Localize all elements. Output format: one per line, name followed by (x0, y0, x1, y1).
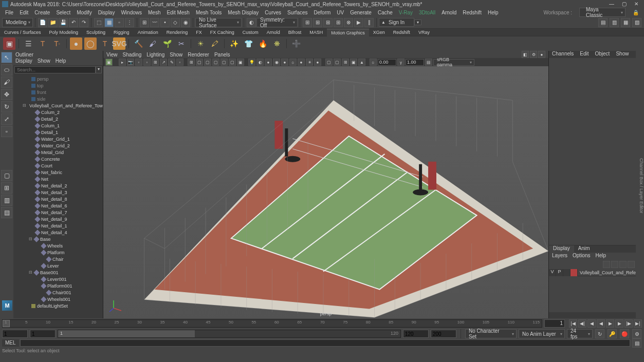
select-hierarchy-button[interactable]: ▦ (104, 18, 114, 27)
vp-btn[interactable]: ▸ (119, 59, 126, 66)
menu-vray[interactable]: V-Ray (396, 10, 416, 15)
go-start-button[interactable]: |◀ (569, 319, 577, 328)
anim-layer-dropdown[interactable]: No Anim Layer (519, 329, 565, 338)
layer-move-down-button[interactable] (611, 261, 618, 268)
layout-single[interactable]: ▢ (1, 170, 12, 181)
script-lang-toggle[interactable]: MEL (2, 339, 19, 347)
layers-tab-display[interactable]: Display (549, 245, 574, 253)
vp-xray-button[interactable]: ▢ (325, 59, 333, 66)
loop-button[interactable]: ↻ (595, 329, 604, 338)
tree-item[interactable]: Water_Grid_2 (13, 142, 103, 149)
vp-btn[interactable]: ▢ (204, 59, 211, 66)
script-editor-button[interactable]: ▤ (632, 338, 641, 348)
vp-grid-button[interactable]: ⊞ (188, 59, 195, 66)
vp-btn[interactable]: ☼ (289, 59, 297, 66)
vp-btn[interactable]: ▢ (334, 59, 341, 66)
vp-menu-view[interactable]: View (106, 52, 118, 58)
tree-item[interactable]: Concrete (13, 156, 103, 162)
tree-item[interactable]: Wheels (13, 242, 103, 249)
shelf-svg-icon[interactable]: SVG (113, 37, 125, 50)
menu-edit-mesh[interactable]: Edit Mesh (163, 10, 192, 15)
tree-item[interactable]: Net_detail_9 (13, 216, 103, 222)
shelf-tab-rigging[interactable]: Rigging (109, 29, 134, 36)
shelf-tab-redshift[interactable]: Redshift (389, 29, 414, 36)
menu-set-dropdown[interactable]: Modeling (2, 18, 33, 27)
tree-item[interactable]: Net_detail_8 (13, 196, 103, 202)
shelf-tab-fxcaching[interactable]: FX Caching (206, 29, 238, 36)
layer-name[interactable]: Volleyball_Court_and_Referee (578, 270, 636, 275)
layer-new-button[interactable] (619, 261, 627, 268)
tree-base001[interactable]: ⊟Base001 (13, 269, 103, 276)
range-end-outer[interactable] (431, 330, 456, 338)
vp-gamma-icon[interactable]: γ (397, 59, 404, 66)
tree-item[interactable]: Detail_2 (13, 116, 103, 122)
outliner-menu-display[interactable]: Display (15, 58, 32, 65)
layout-2-button[interactable]: ▥ (610, 18, 619, 27)
last-tool[interactable]: ▫ (1, 126, 12, 137)
shelf-plus-icon[interactable]: ➕ (290, 37, 302, 50)
grid-4-button[interactable]: ⊞ (334, 18, 343, 27)
layer-playback-toggle[interactable]: P (556, 269, 563, 276)
menu-create[interactable]: Create (31, 10, 53, 15)
vp-btn[interactable]: ▢ (196, 59, 203, 66)
shelf-paint-icon[interactable]: 🖌 (146, 37, 159, 50)
undo-button[interactable]: ↶ (69, 18, 78, 27)
vp-btn[interactable]: ▫ (176, 59, 183, 66)
tree-item[interactable]: Net_detail_6 (13, 202, 103, 209)
grid-1-button[interactable]: ⊞ (303, 18, 312, 27)
vp-btn[interactable]: ↗ (160, 59, 167, 66)
tree-root[interactable]: ⊟Volleyball_Court_and_Referee_Tower (13, 102, 103, 109)
shelf-tab-curves[interactable]: Curves / Surfaces (0, 29, 45, 36)
layer-move-up-button[interactable] (603, 261, 610, 268)
right-edge-channel-box[interactable]: Channel Box / Layer Editor (639, 158, 644, 214)
snap-point-button[interactable]: • (160, 18, 170, 27)
tree-lightset[interactable]: defaultLightSet (13, 302, 103, 309)
render-button[interactable]: ▶ (354, 18, 363, 27)
menu-curves[interactable]: Curves (262, 10, 284, 15)
expander-icon[interactable]: ⊟ (28, 270, 33, 275)
tree-item[interactable]: Chair001 (13, 289, 103, 296)
menu-cache[interactable]: Cache (375, 10, 396, 15)
layers-menu-layers[interactable]: Layers (552, 253, 567, 260)
shelf-tab-fx[interactable]: FX (192, 29, 206, 36)
shelf-tab-xgen[interactable]: XGen (369, 29, 389, 36)
layers-hscroll[interactable] (549, 312, 636, 318)
signin-dropdown[interactable]: ▾ (414, 20, 421, 25)
vp-btn[interactable]: ● (314, 59, 321, 66)
menu-select[interactable]: Select (53, 10, 73, 15)
play-forward-button[interactable]: ▶ (606, 319, 614, 328)
layers-menu-help[interactable]: Help (595, 253, 606, 260)
layer-row[interactable]: V P Volleyball_Court_and_Referee (549, 269, 636, 276)
tree-item[interactable]: Net_detail_4 (13, 229, 103, 236)
new-scene-button[interactable]: 📄 (38, 18, 47, 27)
step-forward-button[interactable]: ▶ (615, 319, 623, 328)
layout-3-button[interactable]: ▦ (621, 18, 630, 27)
menu-generate[interactable]: Generate (347, 10, 375, 15)
command-input[interactable] (20, 339, 630, 347)
symmetry-icon[interactable]: ◐ (247, 18, 256, 27)
time-slider[interactable]: 1510152025303540455055606570758085909510… (2, 319, 542, 328)
menu-help[interactable]: Help (485, 10, 502, 15)
shelf-tab-vray[interactable]: VRay (414, 29, 434, 36)
shelf-tshirt-icon[interactable]: 👕 (242, 37, 254, 50)
construction-history-button[interactable]: ⊗ (344, 18, 353, 27)
outliner-menu-help[interactable]: Help (56, 58, 66, 65)
menu-deform[interactable]: Deform (311, 10, 334, 15)
select-component-button[interactable]: ⋮ (125, 18, 134, 27)
tree-item[interactable]: Colum_2 (13, 109, 103, 116)
shelf-tab-custom[interactable]: Custom (238, 29, 263, 36)
vp-btn[interactable]: ▢ (220, 59, 228, 66)
vp-menu-panels[interactable]: Panels (214, 52, 230, 58)
expander-icon[interactable]: ⊟ (28, 237, 33, 241)
shelf-tab-motion-graphics[interactable]: Motion Graphics (327, 29, 369, 36)
shelf-mash-icon[interactable]: ▣ (3, 37, 15, 50)
tree-cam-front[interactable]: front (13, 89, 103, 96)
rotate-tool[interactable]: ↻ (1, 101, 12, 112)
layer-vis-toggle[interactable]: V (549, 269, 556, 276)
outliner-menu-show[interactable]: Show (38, 58, 50, 65)
step-back-key-button[interactable]: ◀| (578, 319, 586, 328)
tree-item[interactable]: Wheels001 (13, 296, 103, 302)
lock-icon[interactable]: 🔒 (630, 10, 642, 15)
open-scene-button[interactable]: 📁 (48, 18, 58, 27)
color-mode-dropdown[interactable]: sRGB gamma (433, 59, 474, 66)
